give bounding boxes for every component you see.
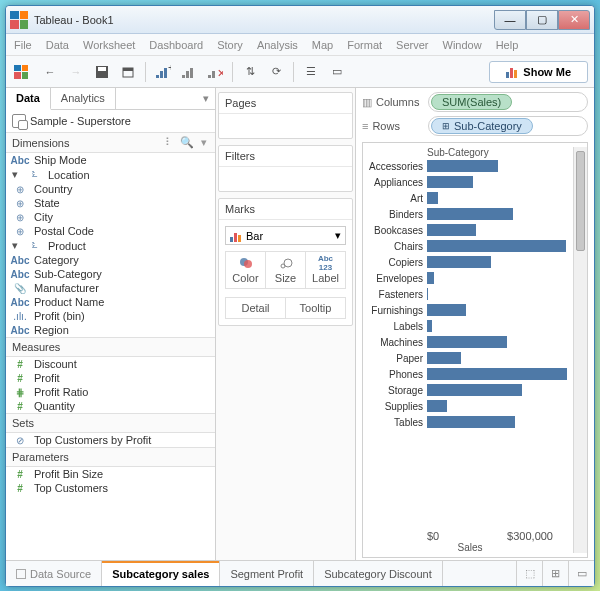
param-top-customers[interactable]: #Top Customers: [6, 481, 215, 495]
svg-rect-11: [208, 75, 211, 78]
bar[interactable]: [427, 304, 466, 316]
rows-pill-subcategory[interactable]: ⊞Sub-Category: [431, 118, 533, 134]
bar[interactable]: [427, 224, 476, 236]
menu-window[interactable]: Window: [443, 39, 482, 51]
show-me-button[interactable]: Show Me: [489, 61, 588, 83]
field-country[interactable]: ⊕Country: [6, 182, 215, 196]
bar[interactable]: [427, 400, 447, 412]
mark-tooltip-button[interactable]: Tooltip: [286, 297, 346, 319]
bar-row: Supplies: [367, 398, 573, 414]
tab-subcategory-sales[interactable]: Subcategory sales: [102, 561, 220, 586]
maximize-button[interactable]: ▢: [526, 10, 558, 30]
clear-button[interactable]: ✕: [203, 60, 227, 84]
tab-segment-profit[interactable]: Segment Profit: [220, 561, 314, 586]
menu-server[interactable]: Server: [396, 39, 428, 51]
field-manufacturer[interactable]: 📎Manufacturer: [6, 281, 215, 295]
bar[interactable]: [427, 368, 567, 380]
tableau-icon[interactable]: [12, 60, 36, 84]
show-me-icon: [506, 66, 517, 78]
save-button[interactable]: [90, 60, 114, 84]
chart-scrollbar[interactable]: [573, 147, 587, 553]
new-sheet-icon[interactable]: ⬚: [516, 561, 542, 586]
bar-row: Art: [367, 190, 573, 206]
field-discount[interactable]: #Discount: [6, 357, 215, 371]
field-subcategory[interactable]: AbcSub-Category: [6, 267, 215, 281]
minimize-button[interactable]: —: [494, 10, 526, 30]
filters-card[interactable]: Filters: [218, 145, 353, 192]
field-city[interactable]: ⊕City: [6, 210, 215, 224]
bar[interactable]: [427, 320, 432, 332]
tab-subcategory-discount[interactable]: Subcategory Discount: [314, 561, 443, 586]
forward-button[interactable]: →: [64, 60, 88, 84]
datasource-row[interactable]: Sample - Superstore: [6, 110, 215, 132]
mark-color-button[interactable]: Color: [225, 251, 266, 289]
new-worksheet-button[interactable]: +: [151, 60, 175, 84]
bar[interactable]: [427, 208, 513, 220]
field-ship-mode[interactable]: AbcShip Mode: [6, 153, 215, 167]
pages-card[interactable]: Pages: [218, 92, 353, 139]
swap-button[interactable]: ⇅: [238, 60, 262, 84]
dimensions-tools[interactable]: ⠇ 🔍 ▾: [165, 136, 209, 149]
app-window: Tableau - Book1 — ▢ ✕ File Data Workshee…: [5, 5, 595, 587]
field-location[interactable]: ▾౾Location: [6, 167, 215, 182]
field-postal[interactable]: ⊕Postal Code: [6, 224, 215, 238]
field-region[interactable]: AbcRegion: [6, 323, 215, 337]
bar[interactable]: [427, 256, 491, 268]
field-quantity[interactable]: #Quantity: [6, 399, 215, 413]
tab-data[interactable]: Data: [6, 88, 51, 110]
refresh-button[interactable]: ⟳: [264, 60, 288, 84]
rows-shelf[interactable]: ≡Rows ⊞Sub-Category: [362, 116, 588, 136]
back-button[interactable]: ←: [38, 60, 62, 84]
new-dashboard-icon[interactable]: ⊞: [542, 561, 568, 586]
fit-button[interactable]: ☰: [299, 60, 323, 84]
pane-menu-icon[interactable]: ▾: [197, 88, 215, 109]
mark-type-select[interactable]: Bar ▾: [225, 226, 346, 245]
new-story-icon[interactable]: ▭: [568, 561, 594, 586]
menu-worksheet[interactable]: Worksheet: [83, 39, 135, 51]
field-product-name[interactable]: AbcProduct Name: [6, 295, 215, 309]
bar-row: Envelopes: [367, 270, 573, 286]
presentation-button[interactable]: ▭: [325, 60, 349, 84]
field-category[interactable]: AbcCategory: [6, 253, 215, 267]
bar[interactable]: [427, 288, 428, 300]
columns-pill-sum-sales[interactable]: SUM(Sales): [431, 94, 512, 110]
field-profit[interactable]: #Profit: [6, 371, 215, 385]
tab-datasource[interactable]: Data Source: [6, 561, 102, 586]
duplicate-button[interactable]: [177, 60, 201, 84]
param-profit-bin[interactable]: #Profit Bin Size: [6, 467, 215, 481]
menu-dashboard[interactable]: Dashboard: [149, 39, 203, 51]
bar[interactable]: [427, 336, 507, 348]
bar-label: Paper: [367, 353, 427, 364]
bar[interactable]: [427, 192, 438, 204]
new-datasource-button[interactable]: [116, 60, 140, 84]
close-button[interactable]: ✕: [558, 10, 590, 30]
mark-size-button[interactable]: Size: [266, 251, 306, 289]
chart-view[interactable]: Sub-Category AccessoriesAppliancesArtBin…: [362, 142, 588, 558]
menu-map[interactable]: Map: [312, 39, 333, 51]
bar[interactable]: [427, 176, 473, 188]
bar[interactable]: [427, 416, 515, 428]
mark-detail-button[interactable]: Detail: [225, 297, 286, 319]
svg-rect-5: [160, 71, 163, 78]
columns-shelf[interactable]: ▥Columns SUM(Sales): [362, 92, 588, 112]
menu-story[interactable]: Story: [217, 39, 243, 51]
field-profit-bin[interactable]: .ılı.Profit (bin): [6, 309, 215, 323]
bar[interactable]: [427, 160, 498, 172]
bar[interactable]: [427, 384, 522, 396]
menu-data[interactable]: Data: [46, 39, 69, 51]
bar[interactable]: [427, 352, 461, 364]
label-icon: Abc123: [318, 256, 333, 270]
bar[interactable]: [427, 272, 434, 284]
field-profit-ratio[interactable]: ⋕Profit Ratio: [6, 385, 215, 399]
field-state[interactable]: ⊕State: [6, 196, 215, 210]
tab-analytics[interactable]: Analytics: [51, 88, 116, 109]
field-top-customers-set[interactable]: ⊘Top Customers by Profit: [6, 433, 215, 447]
bar[interactable]: [427, 240, 566, 252]
field-product[interactable]: ▾౾Product: [6, 238, 215, 253]
parameters-header: Parameters: [6, 447, 215, 467]
menu-file[interactable]: File: [14, 39, 32, 51]
menu-format[interactable]: Format: [347, 39, 382, 51]
menu-help[interactable]: Help: [496, 39, 519, 51]
menu-analysis[interactable]: Analysis: [257, 39, 298, 51]
mark-label-button[interactable]: Abc123Label: [306, 251, 346, 289]
